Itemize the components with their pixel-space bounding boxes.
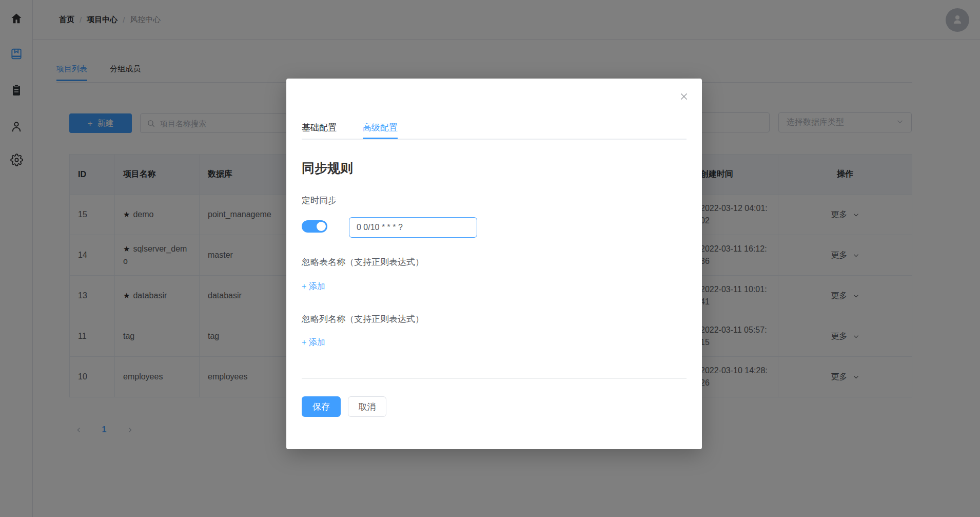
add-ignore-column-link[interactable]: + 添加 — [302, 337, 325, 348]
add-ignore-table-link[interactable]: + 添加 — [302, 281, 325, 292]
cron-expression-input[interactable] — [349, 217, 477, 238]
cron-sync-toggle[interactable] — [302, 220, 327, 233]
toggle-knob — [317, 222, 326, 231]
ignore-tables-label: 忽略表名称（支持正则表达式） — [302, 256, 424, 268]
ignore-columns-label: 忽略列名称（支持正则表达式） — [302, 313, 424, 325]
footer-divider — [302, 378, 687, 379]
tab-basic-config[interactable]: 基础配置 — [302, 123, 337, 139]
tab-advanced-config[interactable]: 高级配置 — [363, 123, 398, 139]
dialog-tabs: 基础配置 高级配置 — [302, 123, 687, 140]
cron-sync-label: 定时同步 — [302, 195, 337, 206]
sync-rules-title: 同步规则 — [302, 160, 353, 177]
sync-config-dialog: 基础配置 高级配置 同步规则 定时同步 忽略表名称（支持正则表达式） + 添加 … — [286, 79, 702, 449]
save-button[interactable]: 保存 — [302, 396, 341, 417]
close-icon[interactable] — [679, 92, 689, 101]
cancel-button[interactable]: 取消 — [348, 396, 386, 417]
